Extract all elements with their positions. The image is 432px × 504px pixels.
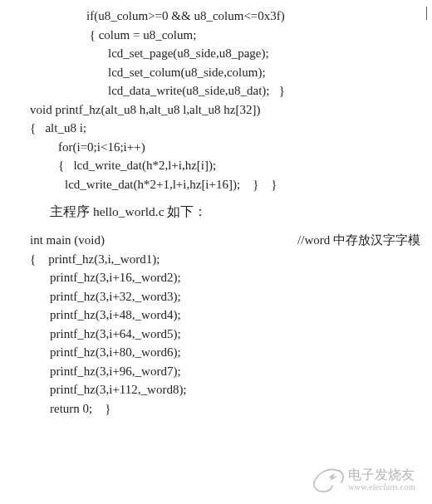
- code-line: printf_hz(3,i+96,_word7);: [0, 362, 432, 381]
- code-line: lcd_set_page(u8_side,u8_page);: [0, 44, 432, 63]
- section-heading: 主程序 hello_world.c 如下：: [0, 202, 432, 221]
- watermark-name: 电子发烧友: [348, 468, 415, 482]
- code-line: { alt_u8 i;: [0, 119, 432, 138]
- code-line: return 0; }: [0, 399, 432, 418]
- code-line: printf_hz(3,i+64,_word5);: [0, 325, 432, 344]
- code-line: for(i=0;i<16;i++): [0, 138, 432, 157]
- watermark-url: www.elecfans.com: [348, 483, 415, 492]
- code-line: lcd_set_colum(u8_side,colum);: [0, 63, 432, 82]
- code-line: int main (void): [0, 231, 105, 250]
- code-line: { colum = u8_colum;: [0, 26, 432, 45]
- watermark: 电子发烧友 www.elecfans.com: [312, 466, 415, 494]
- code-line: if(u8_colum>=0 && u8_colum<=0x3f): [0, 7, 432, 26]
- document-body: if(u8_colum>=0 && u8_colum<=0x3f) { colu…: [0, 0, 432, 418]
- code-line: { printf_hz(3,i,_word1);: [0, 250, 432, 269]
- code-line: printf_hz(3,i+32,_word3);: [0, 287, 432, 306]
- code-line: void printf_hz(alt_u8 h,alt_u8 l,alt_u8 …: [0, 100, 432, 120]
- code-line: printf_hz(3,i+112,_word8);: [0, 380, 432, 399]
- code-line: printf_hz(3,i+48,_word4);: [0, 306, 432, 325]
- code-line: lcd_write_dat(h*2+1,l+i,hz[i+16]); } }: [0, 175, 432, 194]
- code-line: lcd_data_write(u8_side,u8_dat); }: [0, 81, 432, 100]
- svg-point-0: [338, 470, 341, 472]
- logo-icon: [312, 466, 345, 494]
- code-line: printf_hz(3,i+80,_word6);: [0, 343, 432, 362]
- code-line: { lcd_write_dat(h*2,l+i,hz[i]);: [0, 156, 432, 175]
- page-top-marker: [426, 7, 427, 20]
- code-comment: //word 中存放汉字字模: [297, 231, 432, 250]
- code-line: printf_hz(3,i+16,_word2);: [0, 268, 432, 287]
